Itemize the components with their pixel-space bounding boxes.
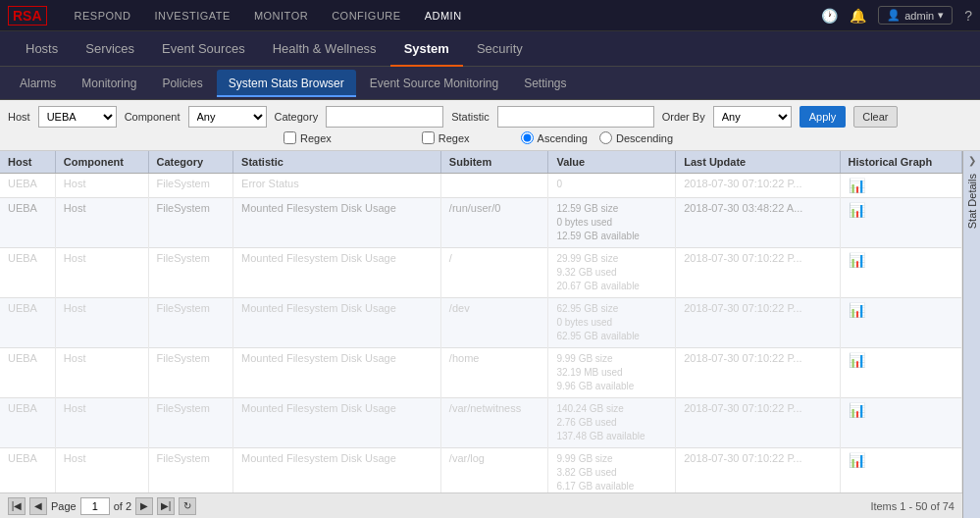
table-header-row: Host Component Category Statistic Subite… [0,151,962,174]
ascending-radio[interactable] [521,131,534,144]
statistic-label: Statistic [451,111,490,123]
nav-system[interactable]: System [390,31,463,67]
tabs-bar: Alarms Monitoring Policies System Stats … [0,67,980,100]
top-nav: RSA RESPOND INVESTIGATE MONITOR CONFIGUR… [0,0,980,31]
items-info: Items 1 - 50 of 74 [870,500,954,512]
filter-area: Host UEBA Component Any Category Statist… [0,100,980,151]
table-wrapper[interactable]: Host Component Category Statistic Subite… [0,151,962,492]
apply-button[interactable]: Apply [799,106,847,128]
order-by-label: Order By [662,111,705,123]
statistic-regex: Regex [422,131,470,144]
col-value[interactable]: Value [548,151,676,174]
col-component[interactable]: Component [55,151,148,174]
descending-label[interactable]: Descending [599,131,673,144]
chart-icon[interactable]: 📊 [849,252,865,268]
tab-monitoring[interactable]: Monitoring [70,70,148,97]
rsa-logo: RSA [8,6,47,26]
tab-system-stats-browser[interactable]: System Stats Browser [217,70,356,97]
pagination-bar: |◀ ◀ Page of 2 ▶ ▶| ↻ Items 1 - 50 of 74 [0,492,962,518]
chart-icon[interactable]: 📊 [849,302,865,318]
table-row[interactable]: UEBAHostFileSystemMounted Filesystem Dis… [0,398,962,448]
category-regex-checkbox[interactable] [284,131,296,144]
stats-table: Host Component Category Statistic Subite… [0,151,962,492]
nav-admin[interactable]: ADMIN [413,0,474,31]
nav-hosts[interactable]: Hosts [12,31,72,67]
col-historical-graph[interactable]: Historical Graph [840,151,961,174]
chart-icon[interactable]: 📊 [849,178,865,193]
nav-security[interactable]: Security [463,31,537,67]
category-input[interactable] [326,106,443,128]
page-refresh-btn[interactable]: ↻ [179,497,196,515]
order-by-select[interactable]: Any [713,106,792,128]
col-category[interactable]: Category [148,151,233,174]
nav-configure[interactable]: CONFIGURE [320,0,413,31]
chart-icon[interactable]: 📊 [849,452,865,468]
nav-investigate[interactable]: INVESTIGATE [142,0,241,31]
host-label: Host [8,111,30,123]
page-first-btn[interactable]: |◀ [8,497,26,515]
page-input[interactable] [80,497,110,515]
table-row[interactable]: UEBAHostFileSystemError Status02018-07-3… [0,174,962,198]
top-nav-right: 🕐 🔔 👤 admin ▾ ? [821,6,972,25]
table-row[interactable]: UEBAHostFileSystemMounted Filesystem Dis… [0,448,962,493]
table-container: Host Component Category Statistic Subite… [0,151,962,518]
col-host[interactable]: Host [0,151,55,174]
page-prev-btn[interactable]: ◀ [29,497,47,515]
second-nav: Hosts Services Event Sources Health & We… [0,31,980,67]
ascending-label[interactable]: Ascending [521,131,588,144]
nav-event-sources[interactable]: Event Sources [148,31,259,67]
page-last-btn[interactable]: ▶| [157,497,175,515]
admin-menu[interactable]: 👤 admin ▾ [878,6,953,25]
table-row[interactable]: UEBAHostFileSystemMounted Filesystem Dis… [0,198,962,248]
host-select[interactable]: UEBA [38,106,117,128]
of-label: of 2 [114,500,131,512]
chart-icon[interactable]: 📊 [849,402,865,418]
descending-radio[interactable] [599,131,612,144]
sidebar-label: Stat Details [966,166,978,236]
col-last-update[interactable]: Last Update [676,151,840,174]
main-content: Host UEBA Component Any Category Statist… [0,100,980,518]
filter-row-1: Host UEBA Component Any Category Statist… [8,106,972,128]
page-label: Page [51,500,77,512]
statistic-regex-label: Regex [438,132,470,144]
nav-health-wellness[interactable]: Health & Wellness [259,31,390,67]
col-subitem[interactable]: Subitem [440,151,548,174]
filter-row-2: Regex Regex Ascending Descending [8,131,972,144]
table-row[interactable]: UEBAHostFileSystemMounted Filesystem Dis… [0,348,962,398]
statistic-regex-checkbox[interactable] [422,131,435,144]
tab-settings[interactable]: Settings [512,70,578,97]
category-label: Category [275,111,319,123]
nav-services[interactable]: Services [72,31,148,67]
page-next-btn[interactable]: ▶ [135,497,153,515]
chart-icon[interactable]: 📊 [849,202,865,218]
help-icon[interactable]: ? [964,8,972,24]
component-label: Component [125,111,181,123]
table-row[interactable]: UEBAHostFileSystemMounted Filesystem Dis… [0,248,962,298]
stat-details-sidebar[interactable]: ❯ Stat Details [962,151,980,518]
table-row[interactable]: UEBAHostFileSystemMounted Filesystem Dis… [0,298,962,348]
bell-icon[interactable]: 🔔 [850,8,866,24]
clock-icon[interactable]: 🕐 [821,8,838,24]
nav-monitor[interactable]: MONITOR [242,0,320,31]
statistic-input[interactable] [497,106,654,128]
clear-button[interactable]: Clear [853,106,897,128]
tab-alarms[interactable]: Alarms [8,70,68,97]
nav-respond[interactable]: RESPOND [63,0,143,31]
admin-label: admin [904,10,934,22]
category-regex-label: Regex [300,132,332,144]
sort-order-group: Ascending Descending [521,131,673,144]
chart-icon[interactable]: 📊 [849,352,865,368]
component-select[interactable]: Any [188,106,267,128]
tab-event-source-monitoring[interactable]: Event Source Monitoring [358,70,510,97]
category-regex: Regex [284,131,332,144]
tab-policies[interactable]: Policies [150,70,214,97]
admin-dropdown-icon: ▾ [938,9,944,22]
content-body: Host Component Category Statistic Subite… [0,151,980,518]
admin-icon: 👤 [887,9,901,22]
col-statistic[interactable]: Statistic [233,151,441,174]
sidebar-chevron: ❯ [968,155,976,166]
top-nav-items: RESPOND INVESTIGATE MONITOR CONFIGURE AD… [63,0,822,31]
